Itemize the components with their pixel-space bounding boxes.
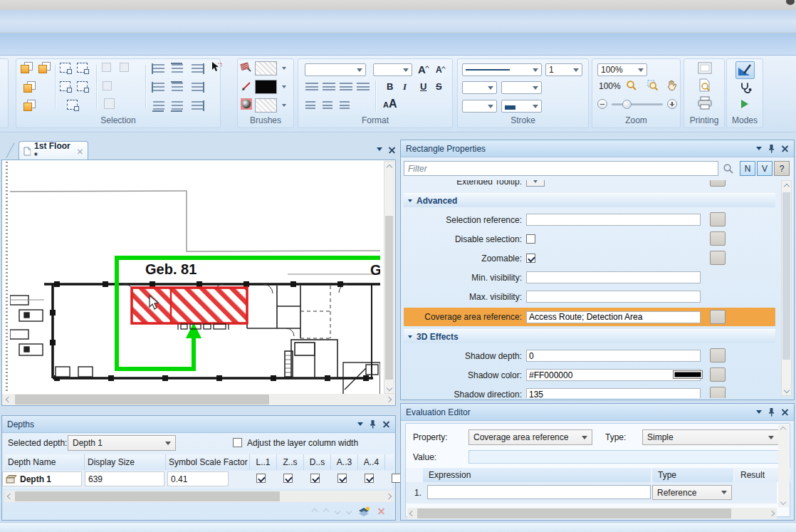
- zoom-100-label[interactable]: 100%: [599, 81, 621, 91]
- new-depth-icon[interactable]: [358, 506, 370, 517]
- depths-hscrollbar[interactable]: [5, 491, 394, 502]
- column-header-4[interactable]: Z..s: [277, 454, 304, 470]
- select-transform-icon[interactable]: [77, 63, 88, 73]
- zoom-in-button[interactable]: [667, 99, 677, 109]
- property-combo[interactable]: Coverage area reference: [468, 429, 592, 445]
- move-up-icon[interactable]: [323, 508, 329, 514]
- depth-checkbox[interactable]: [365, 474, 374, 483]
- start-cap-combo[interactable]: [462, 81, 497, 94]
- text-bottom-icon[interactable]: [340, 101, 350, 110]
- pin-icon[interactable]: [768, 407, 775, 417]
- run-mode-icon[interactable]: [741, 100, 748, 108]
- pan-hand-icon[interactable]: [666, 80, 677, 93]
- move-top-icon[interactable]: [312, 508, 318, 514]
- distribute-h-icon[interactable]: [192, 64, 203, 73]
- select-points-icon[interactable]: [60, 81, 70, 91]
- font-family-combo[interactable]: [305, 63, 366, 76]
- depth-checkbox[interactable]: [392, 474, 401, 483]
- filter-name-button[interactable]: N: [740, 161, 755, 176]
- action-button[interactable]: [710, 348, 726, 363]
- panel-close-icon[interactable]: [781, 408, 789, 416]
- depth-name-cell[interactable]: Depth 1: [2, 471, 82, 486]
- quick-select-icon[interactable]: [211, 61, 223, 75]
- stroke-swatch[interactable]: [255, 80, 277, 94]
- property-input[interactable]: [526, 214, 701, 226]
- action-button[interactable]: [710, 367, 726, 382]
- display-size-cell[interactable]: 639: [85, 471, 164, 486]
- align-bottom-icon[interactable]: [172, 101, 183, 110]
- filter-value-button[interactable]: V: [757, 161, 773, 176]
- align-right-icon[interactable]: [153, 101, 164, 110]
- coverage-rectangle[interactable]: [132, 288, 247, 323]
- edit-mode-button[interactable]: [735, 61, 755, 79]
- column-expression[interactable]: Expression: [423, 468, 651, 482]
- column-header-0[interactable]: Depth Name: [5, 454, 85, 470]
- scale-factor-cell[interactable]: 0.41: [167, 471, 229, 486]
- action-button[interactable]: [710, 231, 726, 246]
- eval-hscrollbar[interactable]: [407, 508, 777, 519]
- line-width-combo[interactable]: 1: [545, 63, 582, 76]
- canvas-hscrollbar[interactable]: [2, 394, 395, 405]
- selected-depth-combo[interactable]: Depth 1: [68, 435, 176, 451]
- action-button[interactable]: [710, 387, 726, 398]
- group-icon[interactable]: [102, 63, 111, 72]
- pin-icon[interactable]: [768, 144, 775, 153]
- property-checkbox[interactable]: [526, 234, 535, 244]
- column-header-5[interactable]: D..s: [304, 454, 331, 470]
- align-left-icon[interactable]: [153, 64, 164, 73]
- end-cap-combo[interactable]: [501, 81, 542, 94]
- stroke-pen-icon[interactable]: [241, 80, 252, 94]
- fill-dropdown-icon[interactable]: [282, 67, 286, 70]
- depth-checkbox[interactable]: [337, 474, 347, 483]
- underline-button[interactable]: U: [420, 81, 426, 92]
- font-size-combo[interactable]: [373, 63, 412, 76]
- move-down-icon[interactable]: [335, 508, 340, 514]
- zoom-slider-track[interactable]: [612, 103, 663, 105]
- property-input[interactable]: [526, 311, 701, 323]
- print-preview-icon[interactable]: [698, 78, 712, 95]
- panel-menu-icon[interactable]: [756, 410, 762, 414]
- property-input[interactable]: [526, 350, 701, 362]
- arrange-back-icon[interactable]: [23, 100, 36, 111]
- gradient-dropdown-icon[interactable]: [282, 104, 286, 107]
- select-lasso-icon[interactable]: [77, 81, 88, 91]
- fill-swatch[interactable]: [255, 61, 277, 75]
- join-style-combo[interactable]: [462, 100, 497, 113]
- properties-vscrollbar[interactable]: [781, 180, 792, 396]
- italic-button[interactable]: I: [403, 81, 407, 93]
- gradient-swatch[interactable]: [255, 98, 277, 113]
- depth-checkbox[interactable]: [283, 474, 293, 483]
- align-text-justify-icon[interactable]: [357, 83, 370, 91]
- expression-type-combo[interactable]: Reference: [652, 485, 732, 500]
- document-close-icon[interactable]: [388, 146, 396, 154]
- depth-checkbox[interactable]: [310, 474, 320, 483]
- property-input[interactable]: [526, 291, 701, 303]
- column-header-6[interactable]: A..3: [331, 454, 358, 470]
- action-button[interactable]: [710, 212, 726, 226]
- line-preset-combo[interactable]: [501, 100, 542, 113]
- zoom-selection-icon[interactable]: [647, 80, 659, 93]
- merge-icon[interactable]: [103, 81, 112, 90]
- print-icon[interactable]: [697, 96, 713, 113]
- font-style-icon[interactable]: AA: [383, 98, 397, 110]
- zoom-slider-thumb[interactable]: [622, 100, 632, 109]
- action-button[interactable]: [710, 251, 726, 265]
- tab-list-icon[interactable]: [377, 147, 382, 151]
- search-icon[interactable]: [723, 163, 734, 177]
- fill-brush-icon[interactable]: [240, 61, 252, 75]
- arrange-backward-icon[interactable]: [38, 62, 51, 73]
- value-input[interactable]: [468, 450, 779, 464]
- arrange-forward-icon[interactable]: [21, 62, 33, 73]
- property-checkbox[interactable]: [526, 254, 535, 263]
- shrink-font-icon[interactable]: A: [436, 65, 445, 75]
- text-top-icon[interactable]: [305, 101, 315, 110]
- adjust-width-checkbox[interactable]: [233, 438, 242, 447]
- grow-font-icon[interactable]: A: [418, 63, 429, 75]
- arrange-front-icon[interactable]: [23, 81, 36, 93]
- column-header-1[interactable]: Display Size: [85, 454, 166, 470]
- move-bottom-icon[interactable]: [346, 508, 352, 514]
- make-same-size-icon[interactable]: [192, 101, 203, 110]
- drawing-canvas[interactable]: Geb. 81 G: [1, 160, 396, 406]
- bold-button[interactable]: B: [387, 81, 393, 92]
- text-middle-icon[interactable]: [323, 101, 332, 110]
